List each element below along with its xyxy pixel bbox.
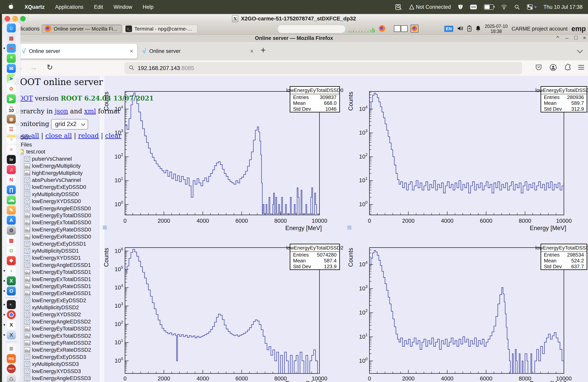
power-battery-icon[interactable] — [467, 25, 472, 32]
dock-icon-system-settings[interactable]: ⚙ — [2, 226, 21, 235]
firefox-window-list-icon[interactable] — [411, 25, 419, 32]
svg-text:2000: 2000 — [158, 375, 170, 382]
menu-applications[interactable]: Applications — [55, 4, 84, 10]
dock-icon-remote-support-rs[interactable]: RS — [2, 354, 21, 363]
root-canvas-grid[interactable]: 0200040006000800010000100101102103104Cou… — [0, 76, 588, 382]
browser-content: 0200040006000800010000100101102103104Cou… — [0, 76, 588, 382]
dock-icon-notes[interactable]: ≡ — [2, 135, 21, 144]
dock-icon-x2go-client[interactable]: X — [2, 330, 21, 340]
search-icon[interactable] — [514, 4, 520, 10]
menu-window[interactable]: Window — [114, 4, 132, 10]
menu-help[interactable]: Help — [143, 4, 154, 10]
dock-icon-excel[interactable]: X — [2, 276, 21, 285]
dock-icon-terminal[interactable]: >_ — [2, 300, 21, 309]
tab-close-icon[interactable]: × — [244, 48, 253, 54]
dock-icon-chrome[interactable]: ● — [2, 310, 21, 319]
taskbar-window-terminal[interactable]: >_Terminal - npg@carme-gsi... — [123, 24, 197, 33]
apple-logo-icon[interactable] — [8, 3, 14, 11]
dock-icon-red-diamond-app[interactable]: ❖ — [2, 256, 21, 265]
hamburger-menu-icon[interactable] — [578, 64, 585, 71]
stat-box-lowEnergyEyTotalDSSD0[interactable]: lowEnergyEyTotalDSSD0Entries309837Mean66… — [290, 86, 340, 112]
dock-icon-help-support[interactable]: HELP — [2, 364, 21, 373]
svg-text:106: 106 — [115, 247, 123, 254]
stat-box-lowEnergyEyTotalDSSD1[interactable]: lowEnergyEyTotalDSSD1Entries280936Mean58… — [541, 86, 587, 112]
dock-icon-trash[interactable]: ♺ — [2, 374, 21, 382]
tab-close-icon[interactable]: × — [124, 48, 133, 54]
menubar-app-name[interactable]: XQuartz — [24, 4, 45, 10]
dock-icon-mail[interactable]: ✉ — [2, 64, 21, 73]
stat-box-lowEnergyEyTotalDSSD2[interactable]: lowEnergyEyTotalDSSD2Entries5074280Mean5… — [290, 244, 340, 270]
dock-icon-vscode[interactable]: ‹ — [2, 266, 21, 275]
dock-icon-microsoft-365[interactable]: ▦ — [2, 236, 21, 245]
dock-icon-xquartz[interactable]: X — [2, 320, 21, 329]
dock-icon-app-store[interactable]: A — [2, 216, 21, 225]
pocket-icon[interactable] — [535, 64, 542, 72]
volume-icon[interactable] — [457, 25, 463, 32]
stat-row-entries: Entries309837 — [290, 94, 339, 100]
keyboard-icon[interactable] — [470, 4, 477, 10]
close-window-icon[interactable]: × — [581, 35, 588, 41]
dock-icon-outlook[interactable]: O — [2, 287, 21, 296]
dock-icon-keychain-lock[interactable]: ⊙ — [2, 246, 21, 255]
menu-edit[interactable]: Edit — [94, 4, 103, 10]
dock-icon-music[interactable]: ♫ — [2, 165, 21, 174]
dock-icon-pages[interactable]: ✎ — [2, 206, 21, 214]
dock-icon-keynote[interactable]: ∏ — [2, 185, 21, 194]
taskbar-window-firefox[interactable]: Online server — Mozilla Fi... — [42, 24, 122, 33]
tab-online-server-1[interactable]: √ Online server × — [18, 44, 137, 59]
x11-icon: X — [232, 15, 238, 22]
shade-window-icon[interactable]: ^ — [554, 35, 562, 41]
notification-bell-icon[interactable] — [475, 25, 481, 32]
firefox-launcher-icon[interactable] — [379, 25, 385, 32]
stat-box-title: lowEnergyEyTotalDSSD0 — [290, 87, 339, 94]
svg-text:100: 100 — [115, 200, 123, 207]
dock-icon-safari[interactable]: ✵ — [2, 44, 21, 53]
reload-button[interactable]: ↻ — [47, 63, 53, 72]
keyboard-layout-indicator[interactable]: EN — [444, 26, 453, 32]
firefox-window: Online server — Mozilla Firefox ^ – □ × … — [0, 34, 588, 382]
workspace-2[interactable] — [401, 25, 408, 32]
maximize-window-icon[interactable]: □ — [572, 34, 580, 41]
dock-icon-messages[interactable]: ❝ — [2, 54, 21, 63]
dock-icon-contacts[interactable]: ◉ — [2, 115, 21, 124]
stat-box-lowEnergyEyTotalDSSD3[interactable]: lowEnergyEyTotalDSSD3Entries298534Mean52… — [541, 244, 587, 270]
svg-text:2000: 2000 — [402, 375, 415, 382]
screen-sharing-icon[interactable] — [395, 4, 402, 10]
dock-icon-facetime[interactable]: ▶ — [2, 94, 21, 103]
menubar-clock[interactable]: Thu 10 Jul 17:38 — [544, 4, 583, 10]
control-center-icon[interactable] — [527, 4, 536, 10]
workspace-1[interactable] — [394, 25, 400, 32]
tab-strip: √ Online server × √ Online server × + — [0, 42, 588, 60]
dock-icon-calendar[interactable]: JUL10 — [2, 105, 21, 113]
dock-icon-document[interactable]: ≣ — [2, 344, 21, 353]
tab-online-server-2[interactable]: √ Online server × — [138, 44, 257, 59]
dock-icon-numbers[interactable]: ▂▆▄ — [2, 195, 21, 204]
wifi-icon[interactable] — [501, 4, 507, 10]
svg-text:100: 100 — [359, 200, 368, 207]
url-bar[interactable]: 192.168.207.143:8085 — [125, 62, 522, 74]
svg-text:101: 101 — [359, 333, 368, 340]
svg-text:8000: 8000 — [274, 375, 287, 382]
svg-text:103: 103 — [359, 128, 368, 136]
account-icon[interactable] — [549, 64, 557, 72]
taskbar-clock[interactable]: 2025-07-10 18:38 — [485, 24, 508, 34]
dock-icon-news[interactable]: N — [2, 175, 21, 184]
dock-icon-apple-tv[interactable]: tv — [2, 155, 21, 164]
shield-icon[interactable] — [458, 4, 463, 10]
x-axis-title: Energy [MeV] — [285, 225, 322, 232]
dock-icon-launchpad[interactable]: ▦ — [2, 34, 21, 42]
forward-button[interactable]: → — [30, 63, 37, 72]
battery-icon[interactable] — [484, 4, 494, 10]
list-all-tabs-icon[interactable] — [577, 47, 583, 53]
taskbar-search-pill[interactable] — [277, 25, 346, 33]
dock-icon-photos[interactable]: ✿ — [2, 84, 21, 93]
dock-icon-freeform[interactable]: ≈ — [2, 145, 21, 154]
not-connected-label[interactable]: Not Connected — [416, 4, 451, 10]
dock-icon-maps[interactable]: ➤ — [2, 74, 21, 83]
svg-text:104: 104 — [115, 105, 123, 112]
minimize-window-icon[interactable]: – — [563, 35, 571, 41]
extensions-puzzle-icon[interactable] — [564, 64, 571, 72]
dock-icon-finder[interactable]: ☺ — [2, 23, 21, 32]
new-tab-button[interactable]: + — [261, 45, 266, 55]
dock-icon-reminders[interactable]: ☰ — [2, 125, 21, 134]
